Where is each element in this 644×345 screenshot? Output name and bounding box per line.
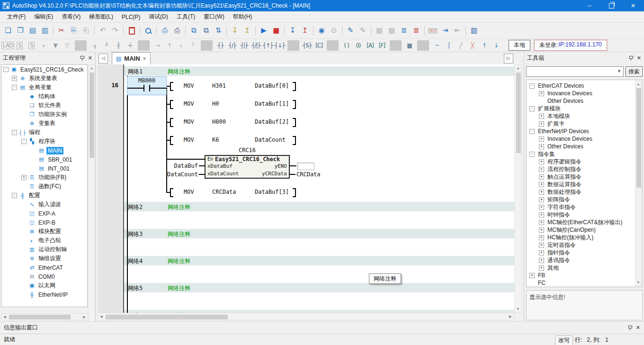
compile-button[interactable]: ▦ [373,25,385,36]
project-tree-hscrollbar[interactable]: ◀ ▶ [1,313,88,320]
local-button[interactable]: 本地 [509,40,530,51]
toolbox-tree-item[interactable]: + 流程控制指令 [527,165,642,173]
contact-closed-button[interactable]: ┤/├ [226,40,238,51]
scroll-up-icon[interactable]: ▲ [515,65,521,72]
tree-expander[interactable]: + [539,190,544,195]
network-header[interactable]: 网络3 网络注释 [124,229,514,238]
new-project-button[interactable]: ❏ [2,25,14,36]
network-comment[interactable]: 网络注释 [168,230,190,238]
hline-button[interactable]: ─ [431,40,443,51]
tree-expander[interactable]: - [529,152,535,157]
project-tree-item[interactable]: ▤ INT_001 [1,164,87,173]
branch-insert-button[interactable]: ╂ [112,40,124,51]
compile-all-button[interactable]: ▩ [385,25,398,36]
project-tree-item[interactable]: - ▤ 全局变量 [1,83,87,92]
toolbox-tree-item[interactable]: FC [527,279,642,287]
tree-expander[interactable]: + [529,273,535,278]
editor-hscrollbar[interactable]: ◀ ▶ [98,313,514,320]
toolbox-tree-item[interactable]: + FB [527,272,642,279]
toolbox-tree-item[interactable]: + 其他 [527,264,642,272]
lad-mode-button[interactable]: LAD [2,40,14,51]
usb-test-button[interactable]: TEST [427,25,439,36]
project-tree-item[interactable]: ▥ 运动控制轴 [1,245,87,254]
insert-row-button[interactable]: ≣ [398,25,410,36]
find-button[interactable] [142,25,154,36]
project-tree-item[interactable]: ◫ EXP-B [1,218,87,227]
toolbox-tree-item[interactable]: - 指令集 [527,150,642,158]
tree-expander[interactable]: + [539,265,544,271]
branch-up-button[interactable]: ┸ [100,40,112,51]
scroll-up-icon[interactable]: ▲ [89,65,95,72]
tree-expander[interactable]: - [12,130,17,135]
contact-rising-button[interactable]: ┤↑├ [262,40,274,51]
tree-expander[interactable]: - [529,106,535,111]
tree-expander[interactable]: + [539,144,544,149]
crc16-function-block[interactable]: En Easy521_CRC16_Check xDataBuf xDataCou… [205,155,290,179]
tab-scroll-left-button[interactable]: ◁ [98,54,108,64]
menu-item[interactable]: 查看(V) [57,11,85,22]
online-edit-button[interactable]: ✎ [344,25,357,36]
scroll-left-icon[interactable]: ◀ [1,314,8,320]
mov-instruction[interactable]: MOV CRCData DataBuf[3] [167,188,304,197]
paste-button[interactable]: ⎗ [80,25,92,36]
tree-expander[interactable]: + [539,167,544,172]
close-panel-icon[interactable]: ✕ [637,55,641,61]
menu-item[interactable]: 窗口(W) [199,11,228,22]
mov-instruction[interactable]: MOV K6 DataCount [167,136,304,145]
cut-button[interactable]: ✂ [55,25,68,36]
toolbox-tree-item[interactable]: + 定时器指令 [527,241,642,249]
trace-button[interactable]: ⊙ [328,25,340,36]
toolbox-tree-item[interactable]: - EtherCAT Devices [527,82,642,90]
scroll-right-icon[interactable]: ▶ [507,313,514,320]
device-view-button[interactable]: ▥ [468,25,480,36]
menu-item[interactable]: 文件(F) [3,11,30,22]
pin-icon[interactable] [628,325,632,330]
project-tree-item[interactable]: ⊞ 模块配置 [1,227,87,236]
project-tree-item[interactable]: ▤ MAIN [1,146,87,155]
tree-expander[interactable]: + [539,227,544,233]
network-comment[interactable]: 网络注释 [168,68,190,76]
counter-instruction-button[interactable]: [C] [313,40,325,51]
network-comment[interactable]: 网络注释 [168,257,190,265]
menu-item[interactable]: 调试(D) [144,11,172,22]
network-header[interactable]: 网络5 网络注释 [124,283,514,292]
toolbox-tree-item[interactable]: + Inovance Devices [527,135,642,143]
tab-close-icon[interactable]: × [143,55,146,62]
scroll-down-icon[interactable]: ▼ [515,306,521,312]
fb-input-operand[interactable]: DataCount [158,171,198,178]
toolbox-tree-item[interactable]: + 矩阵指令 [527,196,642,203]
project-tree-item[interactable]: ▤ SBR_001 [1,155,87,164]
close-panel-icon[interactable]: ✕ [636,325,640,330]
toolbox-search-button[interactable]: 搜索 [626,66,643,77]
destination-operand[interactable]: DataBuf[0] [255,82,289,89]
tree-expander[interactable]: + [539,212,544,218]
toolbox-tree-item[interactable]: + 程序逻辑指令 [527,158,642,165]
arrow-up-button[interactable]: ↑ [478,40,490,51]
insert-network-below-button[interactable]: ▼ [49,40,61,51]
monitor-button[interactable]: ◉ [315,25,328,36]
wire-delete-button[interactable]: ╳ [466,40,478,51]
mov-instruction[interactable]: MOV H0 DataBuf[1] [167,100,304,109]
project-tree-item[interactable]: ⊕ 变量表 [1,119,87,128]
mov-instruction[interactable]: MOV H800 DataBuf[2] [167,118,304,127]
tree-expander[interactable]: + [539,243,544,248]
save-all-button[interactable]: ▥ [39,25,51,36]
project-tree-item[interactable]: - ┤├ 编程 [1,128,87,137]
wire-corner-right-button[interactable]: ┐ [175,40,187,51]
project-tree-item[interactable]: ☰ 函数(FC) [1,182,87,191]
toolbox-tree-item[interactable]: + Inovance Devices [527,90,642,97]
scroll-thumb[interactable] [9,315,71,319]
tree-expander[interactable]: + [539,220,544,225]
contact-open-button[interactable]: ┤├ [215,40,226,51]
instruction-mnemonic[interactable]: MOV [184,189,194,195]
edit-button[interactable]: ✎ [357,25,369,36]
project-tree-item[interactable]: ◆ 结构体 [1,92,87,101]
set-instruction-button[interactable]: ┤S├ [301,40,313,51]
toolbox-tree-item[interactable]: + 字符串指令 [527,203,642,211]
open-project-button[interactable]: ❐ [14,25,27,36]
upload-plc-button[interactable]: ↥ [299,25,311,36]
project-tree-item[interactable]: ▣ 以太网 [1,281,87,290]
toolbox-tree-item[interactable]: + 指针指令 [527,249,642,256]
tree-expander[interactable]: + [539,235,544,240]
scroll-up-icon[interactable]: ▲ [635,81,641,88]
